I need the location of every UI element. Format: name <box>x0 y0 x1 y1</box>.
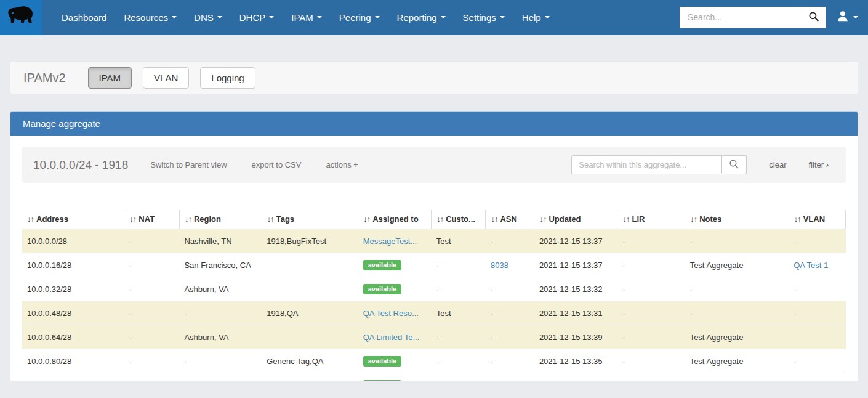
column-label: LIR <box>632 214 645 224</box>
cell-asn: 8038 <box>486 253 534 277</box>
column-header-nat[interactable]: ↓↑NAT <box>124 210 180 229</box>
column-header-notes[interactable]: ↓↑Notes <box>685 210 789 229</box>
column-header-updated[interactable]: ↓↑Updated <box>534 210 617 229</box>
actions-menu-link[interactable]: actions + <box>326 160 358 169</box>
cell-nat: - <box>124 349 180 373</box>
column-label: Updated <box>549 214 581 224</box>
sort-icon: ↓↑ <box>491 214 497 224</box>
tab-logging[interactable]: Logging <box>200 67 255 89</box>
aggregate-search-input[interactable] <box>571 155 722 174</box>
nav-item-reporting[interactable]: Reporting <box>388 1 454 34</box>
status-badge-available: available <box>363 356 401 367</box>
cell-region: Nashville, TN <box>179 229 262 253</box>
nav-label: DNS <box>194 12 214 23</box>
table-row[interactable]: 10.0.0.96/28 - Chicago, IL available - -… <box>22 373 846 381</box>
nav-item-peering[interactable]: Peering <box>331 1 388 34</box>
aggregate-toolbar: 10.0.0.0/24 - 1918 Switch to Parent view… <box>22 147 846 183</box>
mammoth-logo-icon <box>6 4 36 30</box>
sort-icon: ↓↑ <box>436 214 443 224</box>
column-header-address[interactable]: ↓↑Address <box>22 210 124 229</box>
column-header-region[interactable]: ↓↑Region <box>179 210 262 229</box>
cell-customer: Test <box>432 301 486 325</box>
column-header-tags[interactable]: ↓↑Tags <box>262 210 358 229</box>
user-menu[interactable] <box>836 9 858 25</box>
cell-lir: - <box>617 277 685 301</box>
global-search <box>680 7 826 28</box>
cell-region: - <box>179 301 262 325</box>
chevron-down-icon <box>441 16 446 18</box>
assigned-resource-link[interactable]: QA Limited Te... <box>363 333 420 342</box>
nav-item-dns[interactable]: DNS <box>185 1 231 34</box>
cell-tags <box>262 325 358 349</box>
cell-tags: 1918,BugFixTest <box>262 229 358 253</box>
cell-region: San Francisco, CA <box>179 253 262 277</box>
cell-tags <box>262 253 358 277</box>
cell-region: Ashburn, VA <box>179 277 262 301</box>
cell-updated: 2021-12-15 13:31 <box>534 301 617 325</box>
column-header-customer[interactable]: ↓↑Custo... <box>432 210 486 229</box>
nav-label: Peering <box>339 12 371 23</box>
chevron-down-icon <box>317 16 322 18</box>
nav-label: Settings <box>463 12 496 23</box>
chevron-down-icon <box>269 16 274 18</box>
manage-aggregate-panel: Manage aggregate 10.0.0.0/24 - 1918 Swit… <box>10 111 858 381</box>
cell-vlan: - <box>789 373 845 381</box>
assigned-resource-link[interactable]: MessageTest... <box>363 237 417 246</box>
table-row[interactable]: 10.0.0.64/28 - Ashburn, VA QA Limited Te… <box>22 325 846 349</box>
global-search-button[interactable] <box>802 7 826 28</box>
cell-updated: 2021-12-15 13:37 <box>534 229 617 253</box>
cell-lir: - <box>617 349 685 373</box>
tab-ipam[interactable]: IPAM <box>88 67 132 89</box>
vlan-link[interactable]: QA Test 1 <box>794 261 828 270</box>
search-icon <box>729 159 739 171</box>
search-icon <box>808 11 819 24</box>
table-row[interactable]: 10.0.0.32/28 - Ashburn, VA available - -… <box>22 277 846 301</box>
cell-assigned-to: available <box>358 253 432 277</box>
cell-updated: 2021-12-15 13:20 <box>534 373 617 381</box>
nav-item-help[interactable]: Help <box>513 1 558 34</box>
table-row[interactable]: 10.0.0.48/28 - - 1918,QA QA Test Reso...… <box>22 301 846 325</box>
assigned-resource-link[interactable]: QA Test Reso... <box>363 309 419 318</box>
status-badge-available: available <box>363 260 401 270</box>
page-title: IPAMv2 <box>23 71 66 85</box>
column-header-vlan[interactable]: ↓↑VLAN <box>789 210 845 229</box>
clear-link[interactable]: clear <box>769 160 786 169</box>
filter-link[interactable]: filter › <box>809 160 829 169</box>
nav-item-dhcp[interactable]: DHCP <box>231 1 283 34</box>
nav-item-resources[interactable]: Resources <box>115 1 185 34</box>
asn-link[interactable]: 8038 <box>491 261 508 270</box>
switch-parent-view-link[interactable]: Switch to Parent view <box>150 160 227 169</box>
column-label: ASN <box>500 214 516 224</box>
cell-nat: - <box>124 325 180 349</box>
export-csv-link[interactable]: export to CSV <box>252 160 302 169</box>
sort-icon: ↓↑ <box>539 214 546 224</box>
sort-icon: ↓↑ <box>363 214 370 224</box>
aggregate-search <box>571 155 747 174</box>
column-header-asn[interactable]: ↓↑ASN <box>486 210 534 229</box>
cell-assigned-to: MessageTest... <box>358 229 432 253</box>
column-label: VLAN <box>803 214 825 224</box>
table-row[interactable]: 10.0.0.80/28 - - Generic Tag,QA availabl… <box>22 349 846 373</box>
table-row[interactable]: 10.0.0.16/28 - San Francisco, CA availab… <box>22 253 846 277</box>
table-row[interactable]: 10.0.0.0/28 - Nashville, TN 1918,BugFixT… <box>22 229 846 253</box>
cell-nat: - <box>124 373 180 381</box>
cell-customer: - <box>432 373 486 381</box>
column-header-assigned-to[interactable]: ↓↑Assigned to <box>358 210 432 229</box>
cell-asn: - <box>486 229 534 253</box>
status-badge-available: available <box>363 284 401 294</box>
cell-assigned-to: available <box>358 349 432 373</box>
nav-item-ipam[interactable]: IPAM <box>283 1 331 34</box>
app-logo[interactable] <box>0 0 42 35</box>
nav-item-dashboard[interactable]: Dashboard <box>53 1 115 34</box>
aggregate-search-button[interactable] <box>722 155 747 174</box>
nav-item-settings[interactable]: Settings <box>454 1 513 34</box>
cell-address: 10.0.0.64/28 <box>22 325 124 349</box>
status-badge-available: available <box>363 380 401 381</box>
column-header-lir[interactable]: ↓↑LIR <box>617 210 685 229</box>
tab-vlan[interactable]: VLAN <box>143 67 189 89</box>
global-search-input[interactable] <box>680 7 802 28</box>
nav-label: DHCP <box>239 12 266 23</box>
cell-asn: - <box>486 325 534 349</box>
cell-notes: Test Aggregate <box>685 349 789 373</box>
sort-icon: ↓↑ <box>129 214 136 224</box>
